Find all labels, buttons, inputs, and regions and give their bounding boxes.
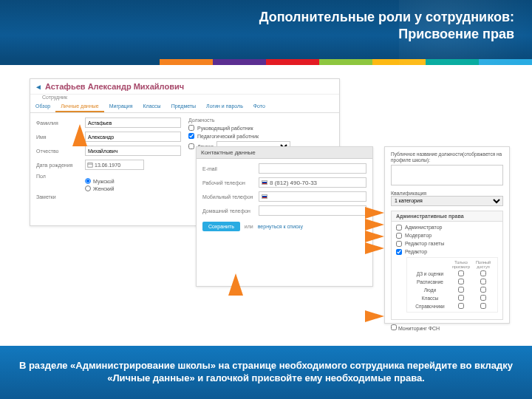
- perm-schedule: Расписание: [410, 279, 450, 284]
- slide-header: Дополнительные роли у сотрудников: Присв…: [0, 0, 532, 59]
- screenshot-canvas: ◄ Астафьев Александр Михайлович Сотрудни…: [0, 65, 532, 346]
- tab-login[interactable]: Логин и пароль: [201, 101, 248, 112]
- employee-name: Астафьев Александр Михайлович: [45, 82, 184, 91]
- role-moderator[interactable]: Модератор: [396, 233, 498, 239]
- arrow-role1-icon: [365, 207, 384, 219]
- back-icon[interactable]: ◄: [35, 83, 42, 91]
- tab-migration[interactable]: Миграция: [104, 101, 138, 112]
- surname-input[interactable]: [85, 117, 181, 128]
- pos-teacher[interactable]: Педагогический работник: [188, 133, 333, 139]
- perm-class-full[interactable]: [480, 295, 486, 301]
- admin-rights-title: Административные права: [392, 211, 502, 222]
- permissions-panel: Публичное название должности(отображаетс…: [384, 146, 510, 324]
- label-public-title: Публичное название должности(отображаетс…: [391, 151, 503, 163]
- label-email: E-mail: [202, 166, 254, 171]
- col-view: Только просмотр: [450, 260, 472, 269]
- label-mobile: Мобильный телефон: [202, 194, 254, 200]
- label-workphone: Рабочий телефон: [202, 180, 254, 185]
- role-fsn[interactable]: Мониторинг ФСН: [391, 324, 503, 331]
- slide-footer: В разделе «Администрирование школы» на с…: [0, 346, 532, 399]
- col-full: Полный доступ: [472, 260, 494, 269]
- title-line2: Присвоение прав: [398, 27, 514, 41]
- role-newspaper[interactable]: Редактор газеты: [396, 241, 498, 247]
- label-qualification: Квалификация: [391, 191, 503, 196]
- title-line1: Дополнительные роли у сотрудников:: [259, 10, 514, 24]
- footer-text: В разделе «Администрирование школы» на с…: [15, 360, 517, 385]
- perm-sched-full[interactable]: [480, 279, 486, 284]
- radio-male[interactable]: Мужской: [85, 178, 181, 184]
- label-position: Должность: [188, 117, 333, 123]
- pos-manager[interactable]: Руководящий работник: [188, 125, 333, 131]
- dob-value: 13.06.1970: [95, 163, 120, 168]
- tab-personal[interactable]: Личные данные: [55, 101, 104, 112]
- perm-refs-view[interactable]: [458, 303, 464, 309]
- arrow-fsn-icon: [365, 310, 384, 322]
- contact-title: Контактные данные: [197, 147, 372, 159]
- tabs: Обзор Личные данные Миграция Классы Пред…: [30, 101, 339, 113]
- contact-panel: Контактные данные E-mail Рабочий телефон…: [196, 146, 373, 287]
- radio-female[interactable]: Женский: [85, 185, 181, 191]
- tab-classes[interactable]: Классы: [138, 101, 166, 112]
- slide-title: Дополнительные роли у сотрудников: Присв…: [18, 9, 514, 44]
- label-homephone: Домашний телефон: [202, 208, 254, 214]
- perm-refs-full[interactable]: [480, 303, 486, 309]
- dob-input[interactable]: 13.06.1970: [85, 160, 144, 170]
- perm-table: Только просмотрПолный доступ ДЗ и оценки…: [406, 257, 498, 313]
- email-input[interactable]: [259, 163, 366, 174]
- label-patronymic: Отчество: [36, 149, 81, 154]
- arrow-role2-icon: [365, 219, 384, 231]
- arrow-save-icon: [228, 273, 243, 296]
- flag-ru-icon: [262, 194, 267, 199]
- perm-sched-view[interactable]: [458, 279, 464, 284]
- perm-refs: Справочники: [410, 304, 450, 309]
- perm-hw: ДЗ и оценки: [410, 271, 450, 276]
- label-dob: Дата рождения: [36, 163, 81, 168]
- or-text: или: [245, 224, 253, 229]
- perm-classes: Классы: [410, 296, 450, 301]
- perm-people-full[interactable]: [480, 287, 486, 293]
- patronymic-input[interactable]: [85, 146, 181, 156]
- tab-photo[interactable]: Фото: [248, 101, 270, 112]
- arrow-tab-icon: [72, 124, 87, 146]
- arrow-role4-icon: [365, 242, 384, 254]
- perm-hw-full[interactable]: [480, 270, 486, 276]
- tab-subjects[interactable]: Предметы: [166, 101, 201, 112]
- name-input[interactable]: [85, 132, 181, 142]
- mobile-input[interactable]: [259, 191, 366, 202]
- public-title-input[interactable]: [391, 165, 503, 185]
- label-sex: Пол: [36, 174, 81, 179]
- perm-class-view[interactable]: [458, 295, 464, 301]
- label-notes: Заметки: [36, 194, 81, 200]
- workphone-input[interactable]: 8 (812) 490-70-33: [259, 177, 366, 188]
- tab-overview[interactable]: Обзор: [30, 101, 55, 112]
- admin-rights-box: Административные права Администратор Мод…: [391, 211, 503, 320]
- homephone-input[interactable]: [259, 205, 366, 216]
- svg-rect-0: [88, 163, 92, 168]
- perm-people-view[interactable]: [458, 287, 464, 293]
- calendar-icon: [87, 162, 93, 168]
- breadcrumb: Сотрудник: [30, 95, 339, 101]
- qualification-select[interactable]: 1 категория: [391, 196, 503, 206]
- role-admin[interactable]: Администратор: [396, 225, 498, 231]
- back-to-list-link[interactable]: вернуться к списку: [258, 224, 303, 229]
- save-button[interactable]: Сохранить: [202, 222, 240, 231]
- flag-ru-icon: [262, 180, 267, 185]
- arrow-role3-icon: [365, 231, 384, 242]
- role-editor[interactable]: Редактор: [396, 249, 498, 255]
- perm-people: Люди: [410, 287, 450, 293]
- perm-hw-view[interactable]: [458, 270, 464, 276]
